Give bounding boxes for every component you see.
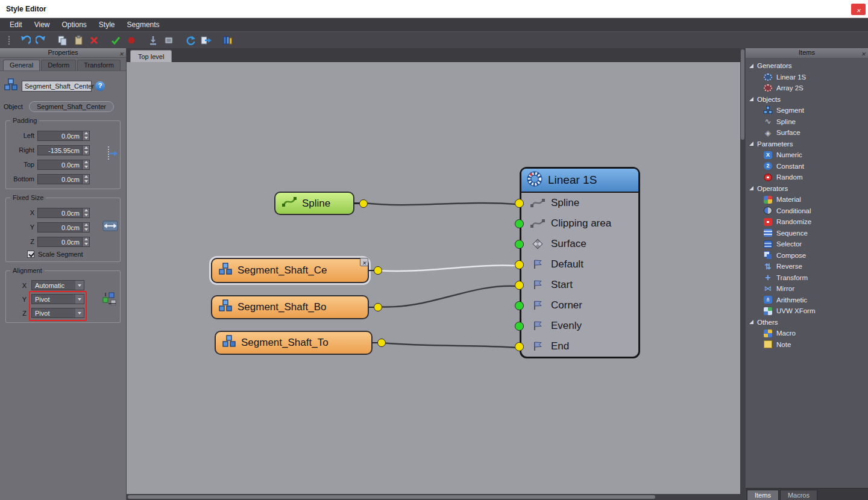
padding-top-input[interactable]: 0.0cm <box>37 160 90 170</box>
delete-button[interactable] <box>87 34 100 46</box>
tree-group-generators[interactable]: Generators <box>746 60 868 72</box>
spin-down-button[interactable] <box>83 242 89 246</box>
tree-item-arithmetic[interactable]: Arithmetic <box>746 295 868 306</box>
linear-input-corner[interactable]: Corner <box>521 295 638 316</box>
tree-item-uvw-xform[interactable]: UVW XForm <box>746 305 868 317</box>
spin-down-button[interactable] <box>83 179 89 184</box>
fixed-size-y-input[interactable]: 0.0cm <box>37 222 90 233</box>
spin-up-button[interactable] <box>83 223 89 228</box>
tree-group-parameters[interactable]: Parameters <box>746 139 868 150</box>
canvas-vertical-scrollbar[interactable] <box>740 48 745 500</box>
spin-up-button[interactable] <box>83 146 89 151</box>
node-segment-top[interactable]: Segment_Shaft_To <box>215 331 373 355</box>
spin-up-button[interactable] <box>83 237 89 242</box>
fixed-size-x-input[interactable]: 0.0cm <box>37 208 90 218</box>
padding-left-input[interactable]: 0.0cm <box>37 131 90 141</box>
node-close-button[interactable] <box>360 258 368 266</box>
tree-item-segment[interactable]: Segment <box>746 105 868 116</box>
tree-item-spline[interactable]: Spline <box>746 116 868 128</box>
tree-item-surface[interactable]: Surface <box>746 127 868 139</box>
tab-macros[interactable]: Macros <box>780 490 817 500</box>
panel-close-icon[interactable] <box>119 49 124 59</box>
spin-up-button[interactable] <box>83 131 89 136</box>
tree-item-transform[interactable]: Transform <box>746 272 868 284</box>
spin-down-button[interactable] <box>83 227 89 232</box>
tree-item-reverse[interactable]: Reverse <box>746 261 868 272</box>
record-dot-button[interactable] <box>125 34 137 46</box>
input-socket[interactable] <box>515 281 524 290</box>
fixed-size-z-input[interactable]: 0.0cm <box>37 237 90 247</box>
padding-right-input[interactable]: -135.95cm <box>37 145 90 155</box>
tree-item-randomize[interactable]: Randomize <box>746 216 868 228</box>
tab-top-level[interactable]: Top level <box>130 50 172 62</box>
linear-input-clipping-area[interactable]: Clipping area <box>521 213 638 234</box>
export-button[interactable] <box>200 34 212 46</box>
panel-close-icon[interactable] <box>861 49 866 59</box>
input-socket[interactable] <box>515 219 524 228</box>
menu-edit[interactable]: Edit <box>4 19 28 31</box>
segment-name-input[interactable]: Segment_Shaft_Center <box>22 81 92 92</box>
align-bottom-button[interactable] <box>146 34 159 46</box>
input-socket[interactable] <box>515 322 524 331</box>
tree-item-material[interactable]: Material <box>746 194 868 205</box>
node-segment-center[interactable]: Segment_Shaft_Ce <box>211 258 369 283</box>
padding-bottom-input[interactable]: 0.0cm <box>37 174 90 184</box>
spin-down-button[interactable] <box>83 213 89 217</box>
spin-down-button[interactable] <box>83 164 89 169</box>
linear-input-default[interactable]: Default <box>521 254 638 275</box>
tree-item-macro[interactable]: Macro <box>746 328 868 339</box>
tree-item-random[interactable]: Random <box>746 172 868 183</box>
tree-item-numeric[interactable]: Numeric <box>746 149 868 161</box>
paste-button[interactable] <box>72 34 84 46</box>
alignment-z-dropdown[interactable]: Pivot <box>31 308 84 318</box>
copy-button[interactable] <box>56 34 69 46</box>
spin-up-button[interactable] <box>83 175 89 180</box>
output-socket[interactable] <box>359 199 368 208</box>
tree-item-mirror[interactable]: Mirror <box>746 283 868 295</box>
tree-item-conditional[interactable]: Conditional <box>746 205 868 217</box>
input-socket[interactable] <box>515 240 524 249</box>
scrollbar-thumb[interactable] <box>741 49 744 140</box>
menu-segments[interactable]: Segments <box>121 19 166 31</box>
tree-group-objects[interactable]: Objects <box>746 94 868 105</box>
library-button[interactable] <box>221 34 234 46</box>
padding-offset-icon[interactable] <box>106 145 118 164</box>
fixed-size-mode-icon[interactable] <box>102 220 118 234</box>
alignment-mode-icon[interactable] <box>101 290 118 310</box>
tab-deform[interactable]: Deform <box>41 60 76 70</box>
tree-item-compose[interactable]: Compose <box>746 250 868 261</box>
node-canvas[interactable]: Spline Segment_Shaft_Ce Segment_Shaft_Bo… <box>127 48 740 500</box>
linear-input-spline[interactable]: Spline <box>521 193 638 213</box>
tree-item-sequence[interactable]: Sequence <box>746 228 868 239</box>
undo-button[interactable] <box>19 34 31 46</box>
output-socket[interactable] <box>374 303 382 311</box>
input-socket[interactable] <box>515 301 524 310</box>
box-button[interactable] <box>162 34 175 46</box>
output-socket[interactable] <box>377 339 386 347</box>
alignment-y-dropdown[interactable]: Pivot <box>31 294 84 304</box>
spin-down-button[interactable] <box>83 136 89 140</box>
window-close-button[interactable] <box>851 4 866 15</box>
input-socket[interactable] <box>515 199 524 208</box>
node-segment-bottom[interactable]: Segment_Shaft_Bo <box>211 295 369 319</box>
scale-segment-checkbox[interactable]: Scale Segment <box>27 251 117 258</box>
canvas-horizontal-scrollbar[interactable] <box>127 494 740 500</box>
linear-1s-header[interactable]: Linear 1S <box>521 169 638 193</box>
tab-transform[interactable]: Transform <box>77 60 121 70</box>
input-socket[interactable] <box>515 342 524 351</box>
help-button[interactable]: ? <box>95 81 105 91</box>
redo-button[interactable] <box>34 34 47 46</box>
node-spline[interactable]: Spline <box>274 192 354 215</box>
tab-items[interactable]: Items <box>747 490 779 500</box>
scrollbar-thumb[interactable] <box>128 495 655 499</box>
node-linear-1s[interactable]: Linear 1S Spline Clipping area Surface D <box>520 167 640 358</box>
linear-input-surface[interactable]: Surface <box>521 234 638 254</box>
tree-group-others[interactable]: Others <box>746 317 868 328</box>
spin-down-button[interactable] <box>83 150 89 155</box>
output-socket[interactable] <box>374 266 382 275</box>
menu-style[interactable]: Style <box>93 19 121 31</box>
commit-check-button[interactable] <box>109 34 122 46</box>
tree-group-operators[interactable]: Operators <box>746 183 868 195</box>
tree-item-note[interactable]: Note <box>746 339 868 351</box>
linear-input-evenly[interactable]: Evenly <box>521 316 638 336</box>
